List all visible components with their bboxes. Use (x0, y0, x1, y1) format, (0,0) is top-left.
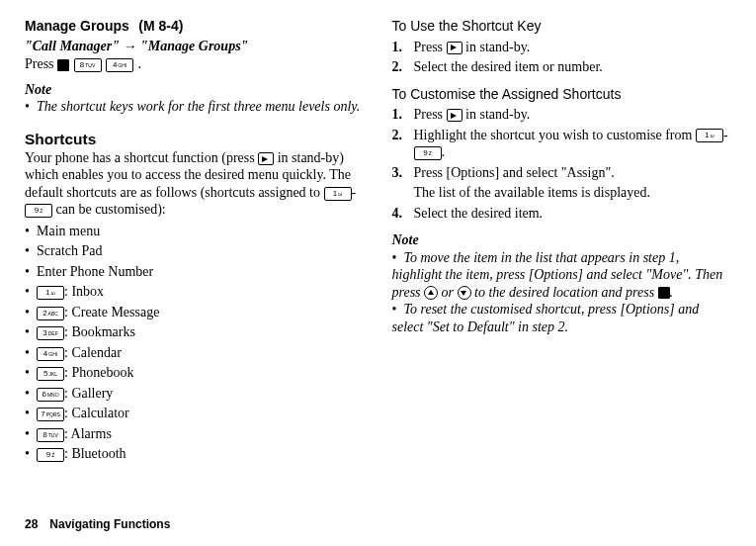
nine-key-icon: 9Z (37, 448, 64, 462)
nine-key-icon: 9Z (25, 204, 52, 218)
breadcrumb-a: "Call Manager" (25, 39, 120, 53)
step-body: Highlight the shortcut you wish to custo… (414, 127, 732, 161)
intro-a: Your phone has a shortcut function (pres… (25, 150, 258, 165)
list-item: •Main menu (25, 223, 365, 240)
press-key-sequence: 8TUV 4GHI (57, 56, 138, 71)
center-key-icon (658, 287, 670, 299)
note-label: Note (25, 81, 365, 99)
one-key-icon: 1ω (696, 129, 723, 142)
step: 2. Select the desired item or number. (392, 58, 732, 76)
use-heading: To Use the Shortcut Key (392, 18, 732, 36)
list-item: •5JKL: Phonebook (25, 364, 365, 382)
breadcrumb-b: "Manage Groups" (140, 39, 248, 53)
list-item: •1ω: Inbox (25, 283, 365, 301)
step-number: 3. (392, 164, 414, 202)
step-number: 1. (392, 39, 414, 56)
page-footer: 28Navigating Functions (25, 517, 170, 532)
nav-up-icon (424, 286, 438, 300)
step: 2. Highlight the shortcut you wish to cu… (392, 127, 732, 161)
list-item: •8TUV: Alarms (25, 425, 365, 443)
step: 4. Select the desired item. (392, 205, 732, 223)
list-item: •6MNO: Gallery (25, 385, 365, 403)
intro-c: can be customised): (52, 202, 166, 217)
press-end: . (138, 56, 142, 71)
press-line: Press 8TUV 4GHI . (25, 55, 365, 73)
right-column: To Use the Shortcut Key 1. Press in stan… (392, 18, 732, 466)
three-key-icon: 3DEF (37, 326, 64, 340)
step-body: Select the desired item. (414, 205, 732, 223)
breadcrumb-arrow: → (120, 39, 140, 53)
press-word: Press (25, 56, 57, 71)
center-key-icon (57, 59, 69, 71)
step-body: Press [Options] and select "Assign". The… (414, 164, 732, 202)
heading-text: Manage Groups (25, 18, 129, 34)
step: 3. Press [Options] and select "Assign". … (392, 164, 732, 202)
step: 1. Press in stand-by. (392, 106, 732, 124)
step-subtext: The list of the available items is displ… (414, 184, 732, 202)
shortcut-key-icon (447, 42, 462, 54)
shortcut-key-icon (258, 152, 274, 165)
note-label: Note (392, 231, 732, 249)
note-text: The shortcut keys work for the first thr… (37, 99, 360, 114)
note-body: •The shortcut keys work for the first th… (25, 98, 365, 116)
page-number: 28 (25, 517, 38, 532)
eight-key-icon: 8TUV (74, 58, 102, 72)
note-body: •To reset the customised shortcut, press… (392, 301, 732, 335)
step-body: Select the desired item or number. (414, 58, 732, 76)
step-number: 2. (392, 58, 414, 76)
list-item: •9Z: Bluetooth (25, 445, 365, 463)
step-number: 1. (392, 106, 414, 124)
five-key-icon: 5JKL (37, 367, 64, 381)
step-number: 2. (392, 127, 414, 161)
note1-b: to the desired location and press (471, 285, 658, 300)
nav-down-icon (458, 286, 471, 300)
list-item: •4GHI: Calendar (25, 344, 365, 362)
shortcut-key-icon (447, 109, 462, 122)
nine-key-icon: 9Z (414, 146, 442, 160)
use-steps: 1. Press in stand-by. 2. Select the desi… (392, 39, 732, 76)
shortcuts-intro: Your phone has a shortcut function (pres… (25, 149, 365, 219)
list-item: •Scratch Pad (25, 242, 365, 260)
menu-ref: (M 8-4) (138, 18, 183, 34)
list-item: •Enter Phone Number (25, 263, 365, 281)
footer-title: Navigating Functions (49, 517, 170, 531)
seven-key-icon: 7PQRS (37, 408, 64, 421)
note1-c: . (670, 285, 674, 300)
note-body: •To move the item in the list that appea… (392, 249, 732, 302)
list-item: •7PQRS: Calculator (25, 405, 365, 422)
four-key-icon: 4GHI (106, 58, 133, 72)
left-column: Manage Groups (M 8-4) "Call Manager" → "… (25, 18, 365, 466)
note2: To reset the customised shortcut, press … (392, 302, 700, 334)
customise-heading: To Customise the Assigned Shortcuts (392, 86, 732, 104)
step-number: 4. (392, 205, 414, 223)
step-body: Press in stand-by. (414, 39, 732, 56)
four-key-icon: 4GHI (37, 347, 64, 361)
two-key-icon: 2ABC (37, 307, 64, 320)
shortcut-list: •Main menu •Scratch Pad •Enter Phone Num… (25, 223, 365, 463)
step-body: Press in stand-by. (414, 106, 732, 124)
list-item: •2ABC: Create Message (25, 304, 365, 321)
breadcrumb: "Call Manager" → "Manage Groups" (25, 38, 365, 55)
step: 1. Press in stand-by. (392, 39, 732, 56)
eight-key-icon: 8TUV (37, 428, 64, 442)
note1-or: or (438, 285, 457, 300)
one-key-icon: 1ω (37, 286, 64, 300)
list-item: •3DEF: Bookmarks (25, 323, 365, 341)
intro-dash: - (352, 185, 357, 200)
customise-steps: 1. Press in stand-by. 2. Highlight the s… (392, 106, 732, 222)
section-heading: Manage Groups (M 8-4) (25, 18, 365, 36)
shortcuts-heading: Shortcuts (25, 130, 365, 148)
six-key-icon: 6MNO (37, 388, 64, 402)
one-key-icon: 1ω (324, 187, 352, 201)
